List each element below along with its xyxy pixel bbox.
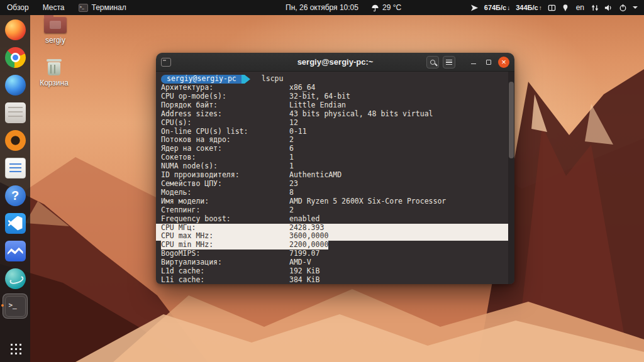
dock-item-vscode[interactable]: [3, 211, 28, 236]
teal-app-icon: [5, 268, 26, 289]
volume-indicator[interactable]: [604, 4, 613, 12]
book-icon: [548, 4, 556, 12]
titlebar-buttons: ×: [426, 56, 509, 69]
activities-button[interactable]: Обзор: [0, 0, 36, 15]
down-arrow-icon: ↓: [507, 4, 510, 11]
close-button[interactable]: ×: [498, 57, 509, 68]
maximize-icon: [486, 60, 491, 65]
top-bar: Обзор Места Терминал Пн, 26 октября 10:0…: [0, 0, 644, 15]
output-row: CPU op-mode(s):32-bit, 64-bit: [161, 92, 509, 101]
edge-browser-icon: [5, 75, 26, 96]
output-row: Сокетов:1: [161, 153, 509, 162]
chevron-down-icon[interactable]: [633, 6, 638, 9]
output-row: Имя модели:AMD Ryzen 5 2600X Six-Core Pr…: [161, 197, 509, 206]
net-speed-up: 344Б/с↑: [516, 4, 541, 11]
window-titlebar[interactable]: sergiy@sergiy-pc:~ ×: [156, 53, 514, 72]
clock-button[interactable]: Пн, 26 октября 10:05: [279, 0, 365, 15]
output-row: Виртуализация:AMD-V: [161, 258, 509, 267]
output-row-selected: CPU МГц:2428.393: [156, 224, 514, 233]
terminal-app-icon: [79, 4, 88, 12]
dock-item-terminal[interactable]: [3, 293, 28, 319]
pin-icon: [562, 4, 569, 12]
network-indicator[interactable]: [591, 4, 599, 12]
show-applications-button[interactable]: [9, 342, 21, 354]
files-icon: [5, 102, 26, 123]
firefox-icon: [5, 19, 26, 40]
scrollbar-thumb[interactable]: [509, 82, 514, 158]
prompt-arrow-icon: [245, 75, 250, 84]
output-row: Frequency boost:enabled: [161, 215, 509, 224]
weather-icon: [371, 4, 379, 12]
weather-indicator[interactable]: 29 °C: [367, 0, 405, 15]
dock-item-help[interactable]: [3, 183, 28, 208]
weather-temp: 29 °C: [382, 3, 401, 12]
net-speed-down: 674Б/с↓: [484, 4, 510, 11]
chrome-icon: [5, 47, 26, 68]
dock-item-edge[interactable]: [3, 72, 28, 97]
trash-icon: [46, 58, 62, 77]
terminal-command: lscpu: [262, 75, 284, 84]
dock-item-teal-app[interactable]: [3, 266, 28, 291]
dock-item-motrix[interactable]: [3, 238, 28, 263]
terminal-icon: [5, 296, 26, 317]
desktop-icon-trash[interactable]: Корзина: [33, 58, 75, 87]
places-menu[interactable]: Места: [36, 0, 72, 15]
topbar-center-group: Пн, 26 октября 10:05: [279, 0, 365, 15]
topbar-right-group: 674Б/с↓ 344Б/с↑ en: [470, 0, 644, 15]
search-button[interactable]: [426, 56, 439, 69]
output-row: ID прроизводителя:AuthenticAMD: [161, 171, 509, 180]
dock-item-media-player[interactable]: [3, 128, 28, 153]
net-up-value: 344Б/с: [516, 4, 538, 11]
output-row: L1i cache:384 KiB: [161, 276, 509, 284]
power-indicator[interactable]: [619, 4, 627, 12]
rocket-icon: [470, 4, 479, 12]
dock-item-documents[interactable]: [3, 155, 28, 180]
topbar-left-group: Обзор Места Терминал: [0, 0, 133, 15]
close-icon: ×: [501, 58, 506, 66]
language-label: en: [576, 3, 584, 12]
home-folder-icon: [44, 17, 67, 33]
trash-label: Корзина: [33, 79, 75, 87]
terminal-output[interactable]: sergiy@sergiy-pc lscpu Архитектура:x86_6…: [156, 72, 514, 284]
prompt-user-segment: sergiy@sergiy-pc: [161, 75, 242, 84]
output-row: Ядер на сокет:6: [161, 145, 509, 153]
terminal-scrollbar[interactable]: [508, 72, 514, 284]
book-indicator[interactable]: [548, 4, 556, 12]
app-menu-terminal[interactable]: Терминал: [72, 0, 133, 15]
dock-item-chrome[interactable]: [3, 45, 28, 70]
terminal-window: sergiy@sergiy-pc:~ × sergiy@sergiy-pc ls…: [156, 53, 514, 284]
minimize-icon: [471, 63, 476, 65]
power-icon: [619, 4, 627, 12]
output-row: Архитектура:x86_64: [161, 84, 509, 92]
dock-item-files[interactable]: [3, 100, 28, 125]
search-icon: [430, 60, 435, 65]
terminal-prompt-line: sergiy@sergiy-pc lscpu: [161, 75, 509, 84]
app-menu-label: Терминал: [92, 3, 126, 12]
output-row: On-line CPU(s) list:0-11: [161, 128, 509, 136]
desktop-icon-home[interactable]: sergiy: [35, 17, 76, 45]
new-tab-icon[interactable]: [161, 58, 171, 67]
home-folder-label: sergiy: [35, 36, 76, 45]
network-icon: [591, 4, 599, 12]
output-row-selected: CPU max MHz:3600,0000: [156, 232, 514, 241]
output-row: Степпинг:2: [161, 206, 509, 215]
document-icon: [5, 158, 26, 178]
dock-item-firefox[interactable]: [3, 17, 28, 42]
netspeed-indicator-icon[interactable]: [470, 4, 479, 12]
clock-label: Пн, 26 октября 10:05: [286, 3, 358, 12]
output-row: Модель:8: [161, 189, 509, 197]
net-down-value: 674Б/с: [484, 4, 506, 11]
output-row: BogoMIPS:7199.07: [161, 250, 509, 258]
maximize-button[interactable]: [483, 57, 494, 68]
media-player-icon: [5, 130, 26, 151]
output-row: Порядок байт:Little Endian: [161, 101, 509, 110]
places-label: Места: [43, 3, 65, 12]
hamburger-icon: [446, 60, 452, 65]
motrix-icon: [5, 241, 26, 261]
pin-indicator[interactable]: [562, 4, 569, 12]
language-indicator[interactable]: en: [575, 3, 586, 12]
output-row: CPU(s):12: [161, 119, 509, 128]
output-row: L1d cache:192 KiB: [161, 267, 509, 276]
menu-button[interactable]: [443, 56, 455, 69]
minimize-button[interactable]: [468, 57, 479, 68]
